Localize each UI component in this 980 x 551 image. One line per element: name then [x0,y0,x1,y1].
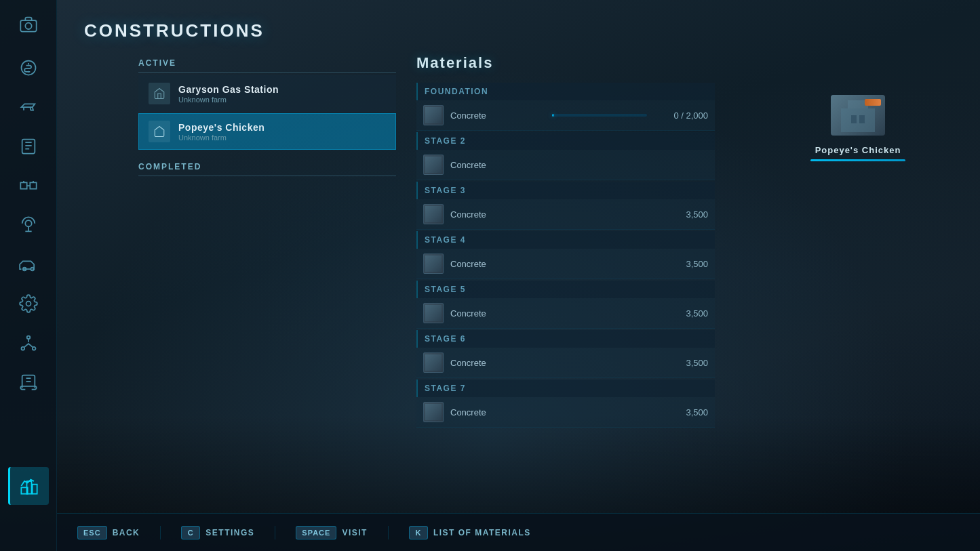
stage-foundation-header: Foundation [416,83,715,100]
key-label-visit: VISIT [342,528,368,537]
stage-4-amount: 3,500 [654,259,708,269]
active-header: ACTIVE [138,54,396,73]
divider-1 [160,526,161,539]
sidebar-item-finance[interactable] [8,49,49,87]
item-name-2: Popeye's Chicken [178,122,264,133]
svg-point-10 [26,336,30,340]
concrete-icon-5 [423,303,444,323]
constructions-panel: ACTIVE Garyson Gas Station Unknown farm … [138,54,396,179]
info-card-progress [810,159,905,161]
sidebar-item-camera[interactable] [8,5,49,43]
item-icon-1 [149,83,170,104]
svg-rect-19 [859,115,865,123]
concrete-icon-foundation [423,105,444,125]
stage-6-material-row: Concrete 3,500 [416,348,715,378]
concrete-name-7: Concrete [450,407,654,417]
svg-rect-0 [20,20,36,31]
key-label-settings: SETTINGS [205,528,254,537]
stage-5-amount: 3,500 [654,308,708,319]
key-badge-k: K [409,526,428,539]
stage-7: Stage 7 Concrete 3,500 [416,380,715,428]
stage-7-amount: 3,500 [654,407,708,417]
materials-panel: Materials Foundation Concrete 0 / 2,000 … [416,54,715,429]
sidebar-item-library[interactable] [8,363,49,401]
stage-6-amount: 3,500 [654,358,708,368]
sidebar-item-vehicles[interactable] [8,245,49,283]
divider-2 [275,526,275,539]
sidebar-item-weapons[interactable] [8,88,49,126]
concrete-icon-7 [423,402,444,422]
stage-6-header: Stage 6 [416,330,715,348]
item-sub-2: Unknown farm [178,134,264,142]
stage-3-material-row: Concrete 3,500 [416,199,715,230]
concrete-icon-3 [423,204,444,224]
key-btn-space[interactable]: SPACE VISIT [296,526,368,539]
svg-point-6 [25,220,31,226]
stage-5-material-row: Concrete 3,500 [416,298,715,329]
materials-title: Materials [416,54,715,72]
bottom-bar: ESC BACK C SETTINGS SPACE VISIT K LIST O… [57,513,980,551]
concrete-name-foundation: Concrete [450,110,545,121]
info-card-name: Popeye's Chicken [790,145,926,155]
construction-item-2[interactable]: Popeye's Chicken Unknown farm [138,113,396,150]
concrete-icon-2 [423,155,444,175]
sidebar-item-tracking[interactable] [8,206,49,244]
sidebar-item-constructions[interactable] [8,467,49,505]
item-name-1: Garyson Gas Station [178,84,279,95]
svg-point-11 [21,347,24,350]
construction-item-1[interactable]: Garyson Gas Station Unknown farm [138,75,396,112]
item-icon-2 [149,121,170,142]
key-label-back: BACK [113,528,140,537]
svg-point-1 [25,23,31,29]
concrete-icon-4 [423,253,444,274]
main-content: CONSTRUCTIONS ACTIVE Garyson Gas Station… [57,0,980,551]
stage-4: Stage 4 Concrete 3,500 [416,231,715,279]
stage-5-header: Stage 5 [416,281,715,298]
stage-foundation: Foundation Concrete 0 / 2,000 [416,83,715,131]
svg-rect-5 [30,182,36,188]
item-sub-1: Unknown farm [178,96,279,104]
svg-rect-16 [841,108,875,132]
svg-point-9 [26,302,31,306]
sidebar-item-network[interactable] [8,324,49,362]
item-info-1: Garyson Gas Station Unknown farm [178,84,279,104]
stage-4-header: Stage 4 [416,231,715,249]
svg-rect-3 [22,140,35,154]
sidebar [0,0,57,551]
key-btn-k[interactable]: K LIST OF MATERIALS [409,526,531,539]
concrete-name-2: Concrete [450,160,654,170]
concrete-name-6: Concrete [450,358,654,368]
item-info-2: Popeye's Chicken Unknown farm [178,122,264,142]
svg-rect-4 [20,182,26,188]
svg-point-12 [32,347,35,350]
key-btn-esc[interactable]: ESC BACK [77,526,140,539]
key-badge-c: C [181,526,200,539]
info-card: Popeye's Chicken [790,95,926,161]
foundation-progress-bar [552,114,647,117]
stage-2-material-row: Concrete [416,150,715,180]
svg-point-2 [21,61,35,75]
sidebar-item-notes[interactable] [8,127,49,165]
concrete-icon-6 [423,352,444,373]
stage-3: Stage 3 Concrete 3,500 [416,182,715,230]
stage-7-material-row: Concrete 3,500 [416,397,715,428]
key-badge-esc: ESC [77,526,107,539]
completed-header: COMPLETED [138,158,396,176]
stage-6: Stage 6 Concrete 3,500 [416,330,715,378]
sidebar-item-settings[interactable] [8,285,49,323]
stage-5: Stage 5 Concrete 3,500 [416,281,715,329]
key-badge-space: SPACE [296,526,336,539]
foundation-amount: 0 / 2,000 [654,110,708,121]
key-btn-c[interactable]: C SETTINGS [181,526,254,539]
foundation-material-row: Concrete 0 / 2,000 [416,100,715,131]
key-label-materials: LIST OF MATERIALS [433,528,531,537]
stage-7-header: Stage 7 [416,380,715,397]
svg-rect-15 [33,485,37,494]
sidebar-item-logistics[interactable] [8,167,49,205]
foundation-progress-fill [552,114,554,117]
stage-4-material-row: Concrete 3,500 [416,249,715,279]
page-title: CONSTRUCTIONS [84,20,953,41]
divider-3 [388,526,389,539]
stage-3-amount: 3,500 [654,209,708,220]
stage-2: Stage 2 Concrete [416,132,715,180]
